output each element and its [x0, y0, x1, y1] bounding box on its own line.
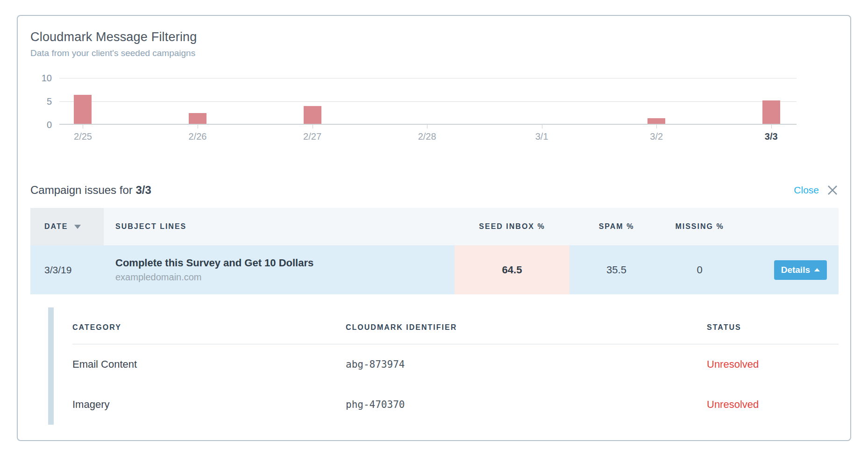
sort-descending-icon	[74, 225, 81, 229]
x-tick-label: 3/3	[765, 131, 778, 142]
x-tick	[771, 125, 772, 128]
detail-row: Email Content abg-873974 Unresolved	[72, 344, 839, 385]
issue-details-section: CATEGORY CLOUDMARK IDENTIFIER STATUS Ema…	[30, 307, 839, 425]
column-header-seed-inbox: SEED INBOX %	[455, 208, 569, 245]
issues-table-header: DATE SUBJECT LINES SEED INBOX % SPAM % M…	[30, 208, 839, 245]
detail-table-header: CATEGORY CLOUDMARK IDENTIFIER STATUS	[72, 323, 839, 344]
detail-header-category: CATEGORY	[72, 323, 346, 332]
chart-bar-2-26[interactable]	[189, 113, 206, 124]
detail-category: Email Content	[72, 358, 346, 370]
column-header-date[interactable]: DATE	[30, 208, 104, 245]
column-header-details	[736, 208, 839, 245]
column-header-spam: SPAM %	[569, 208, 663, 245]
detail-identifier: abg-873974	[346, 359, 707, 370]
detail-status: Unresolved	[707, 358, 839, 370]
issue-row: 3/3/19 Complete this Survey and Get 10 D…	[30, 245, 839, 294]
x-tick	[198, 125, 198, 128]
x-tick	[656, 125, 657, 128]
y-tick-label-5: 5	[30, 96, 52, 107]
column-header-missing: MISSING %	[663, 208, 736, 245]
issue-subject-cell: Complete this Survey and Get 10 Dollars …	[104, 245, 455, 294]
issue-subject: Complete this Survey and Get 10 Dollars	[115, 257, 313, 269]
x-tick-label: 2/25	[74, 131, 92, 142]
bar-chart: 10 5 0 2/25 2/26 2/27 2/28	[30, 78, 797, 148]
cloudmark-panel: Cloudmark Message Filtering Data from yo…	[17, 15, 851, 441]
collapse-icon	[814, 268, 820, 271]
y-tick-label-10: 10	[30, 73, 52, 84]
issues-heading: Campaign issues for 3/3	[30, 184, 151, 197]
x-tick	[542, 125, 542, 128]
column-header-subject: SUBJECT LINES	[104, 208, 455, 245]
x-tick	[83, 125, 83, 128]
x-tick-label: 2/27	[303, 131, 321, 142]
chart-bar-3-2[interactable]	[647, 118, 665, 124]
gridline-5	[59, 101, 797, 102]
seed-inbox-value: 64.5	[455, 245, 569, 294]
chart-plot-area: 10 5 0 2/25 2/26 2/27 2/28	[59, 78, 797, 125]
gridline-10	[59, 78, 797, 78]
chart-bar-2-25[interactable]	[74, 95, 92, 124]
issue-domain: exampledomain.com	[115, 272, 202, 283]
x-tick	[313, 125, 313, 128]
panel-subtitle: Data from your client's seeded campaigns	[30, 48, 838, 58]
detail-accent-bar	[48, 307, 54, 425]
y-tick-label-0: 0	[30, 120, 52, 130]
x-tick	[427, 125, 427, 128]
axis-baseline	[59, 124, 797, 125]
chart-bar-3-3[interactable]	[762, 100, 780, 124]
detail-header-status: STATUS	[707, 323, 839, 332]
x-tick-label: 2/26	[189, 131, 207, 142]
detail-header-identifier: CLOUDMARK IDENTIFIER	[346, 323, 707, 332]
x-tick-label: 3/2	[650, 131, 663, 142]
close-icon[interactable]	[826, 184, 839, 196]
details-button-label: Details	[781, 265, 810, 275]
detail-row: Imagery phg-470370 Unresolved	[72, 385, 839, 425]
issues-heading-text: Campaign issues for	[30, 184, 133, 196]
detail-category: Imagery	[72, 399, 346, 411]
column-header-date-label: DATE	[44, 222, 68, 231]
issue-date: 3/3/19	[30, 245, 104, 294]
issues-heading-date: 3/3	[135, 184, 151, 196]
close-link[interactable]: Close	[794, 185, 819, 196]
missing-value: 0	[663, 245, 736, 294]
x-tick-label: 2/28	[418, 131, 436, 142]
issues-table: DATE SUBJECT LINES SEED INBOX % SPAM % M…	[30, 208, 839, 294]
chart-bar-2-27[interactable]	[304, 106, 321, 124]
detail-identifier: phg-470370	[346, 399, 707, 410]
panel-title: Cloudmark Message Filtering	[30, 30, 838, 44]
details-cell: Details	[736, 245, 839, 294]
spam-value: 35.5	[569, 245, 663, 294]
x-tick-label: 3/1	[535, 131, 548, 142]
detail-status: Unresolved	[707, 399, 839, 411]
details-button[interactable]: Details	[774, 260, 827, 280]
detail-table: CATEGORY CLOUDMARK IDENTIFIER STATUS Ema…	[72, 307, 839, 425]
